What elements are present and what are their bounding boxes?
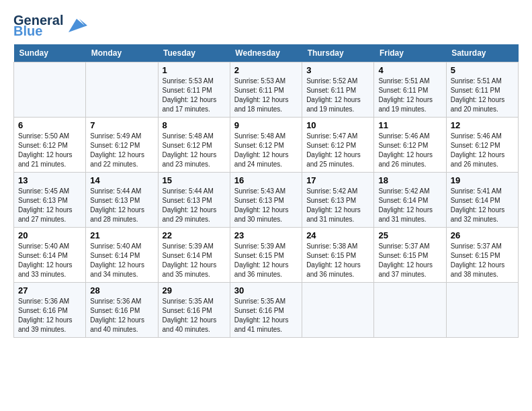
day-number: 21 (90, 230, 153, 240)
header-row: SundayMondayTuesdayWednesdayThursdayFrid… (14, 44, 519, 62)
day-info: Sunrise: 5:41 AM Sunset: 6:14 PM Dayligh… (451, 187, 514, 224)
day-number: 17 (306, 175, 369, 185)
calendar-cell: 21Sunrise: 5:40 AM Sunset: 6:14 PM Dayli… (86, 228, 158, 283)
day-info: Sunrise: 5:45 AM Sunset: 6:13 PM Dayligh… (18, 187, 81, 224)
calendar-cell: 19Sunrise: 5:41 AM Sunset: 6:14 PM Dayli… (446, 173, 518, 228)
week-row-3: 13Sunrise: 5:45 AM Sunset: 6:13 PM Dayli… (14, 173, 519, 228)
calendar-table: SundayMondayTuesdayWednesdayThursdayFrid… (13, 44, 519, 338)
calendar-cell (14, 62, 86, 118)
week-row-2: 6Sunrise: 5:50 AM Sunset: 6:12 PM Daylig… (14, 118, 519, 173)
day-number: 26 (451, 230, 514, 240)
day-number: 9 (234, 120, 298, 130)
calendar-cell: 3Sunrise: 5:52 AM Sunset: 6:11 PM Daylig… (302, 62, 374, 118)
day-info: Sunrise: 5:51 AM Sunset: 6:11 PM Dayligh… (378, 77, 441, 114)
calendar-cell: 29Sunrise: 5:35 AM Sunset: 6:16 PM Dayli… (158, 283, 230, 338)
day-number: 24 (306, 230, 369, 240)
day-number: 12 (451, 120, 514, 130)
day-number: 22 (163, 230, 226, 240)
day-number: 3 (306, 65, 369, 75)
week-row-5: 27Sunrise: 5:36 AM Sunset: 6:16 PM Dayli… (14, 283, 519, 338)
column-header-monday: Monday (86, 44, 158, 62)
week-row-4: 20Sunrise: 5:40 AM Sunset: 6:14 PM Dayli… (14, 228, 519, 283)
day-number: 10 (306, 120, 369, 130)
day-info: Sunrise: 5:52 AM Sunset: 6:11 PM Dayligh… (306, 77, 369, 114)
day-info: Sunrise: 5:37 AM Sunset: 6:15 PM Dayligh… (451, 242, 514, 279)
column-header-saturday: Saturday (446, 44, 518, 62)
column-header-tuesday: Tuesday (158, 44, 230, 62)
day-info: Sunrise: 5:38 AM Sunset: 6:15 PM Dayligh… (306, 242, 369, 279)
column-header-sunday: Sunday (14, 44, 86, 62)
calendar-cell (446, 283, 518, 338)
day-number: 13 (18, 175, 81, 185)
calendar-cell: 26Sunrise: 5:37 AM Sunset: 6:15 PM Dayli… (446, 228, 518, 283)
day-info: Sunrise: 5:43 AM Sunset: 6:13 PM Dayligh… (234, 187, 298, 224)
day-info: Sunrise: 5:53 AM Sunset: 6:11 PM Dayligh… (163, 77, 226, 114)
day-number: 15 (163, 175, 226, 185)
day-number: 6 (18, 120, 81, 130)
day-info: Sunrise: 5:39 AM Sunset: 6:14 PM Dayligh… (163, 242, 226, 279)
column-header-wednesday: Wednesday (230, 44, 302, 62)
day-info: Sunrise: 5:49 AM Sunset: 6:12 PM Dayligh… (90, 132, 153, 169)
day-info: Sunrise: 5:36 AM Sunset: 6:16 PM Dayligh… (18, 297, 81, 334)
day-number: 27 (18, 285, 81, 295)
calendar-cell: 28Sunrise: 5:36 AM Sunset: 6:16 PM Dayli… (86, 283, 158, 338)
calendar-cell: 14Sunrise: 5:44 AM Sunset: 6:13 PM Dayli… (86, 173, 158, 228)
day-number: 25 (378, 230, 441, 240)
logo-blue: Blue (13, 24, 63, 38)
day-number: 11 (378, 120, 441, 130)
day-info: Sunrise: 5:47 AM Sunset: 6:12 PM Dayligh… (306, 132, 369, 169)
calendar-cell: 2Sunrise: 5:53 AM Sunset: 6:11 PM Daylig… (230, 62, 302, 118)
day-info: Sunrise: 5:50 AM Sunset: 6:12 PM Dayligh… (18, 132, 81, 169)
calendar-cell: 20Sunrise: 5:40 AM Sunset: 6:14 PM Dayli… (14, 228, 86, 283)
column-header-thursday: Thursday (302, 44, 374, 62)
day-number: 16 (234, 175, 298, 185)
day-number: 20 (18, 230, 81, 240)
day-number: 28 (90, 285, 153, 295)
day-info: Sunrise: 5:40 AM Sunset: 6:14 PM Dayligh… (18, 242, 81, 279)
calendar-cell: 30Sunrise: 5:35 AM Sunset: 6:16 PM Dayli… (230, 283, 302, 338)
logo-icon (66, 16, 87, 35)
day-info: Sunrise: 5:51 AM Sunset: 6:11 PM Dayligh… (451, 77, 514, 114)
day-number: 30 (234, 285, 298, 295)
day-number: 7 (90, 120, 153, 130)
calendar-cell: 4Sunrise: 5:51 AM Sunset: 6:11 PM Daylig… (374, 62, 446, 118)
day-number: 2 (234, 65, 298, 75)
day-number: 19 (451, 175, 514, 185)
calendar-cell: 9Sunrise: 5:48 AM Sunset: 6:12 PM Daylig… (230, 118, 302, 173)
day-info: Sunrise: 5:44 AM Sunset: 6:13 PM Dayligh… (90, 187, 153, 224)
day-info: Sunrise: 5:53 AM Sunset: 6:11 PM Dayligh… (234, 77, 298, 114)
day-number: 14 (90, 175, 153, 185)
day-info: Sunrise: 5:36 AM Sunset: 6:16 PM Dayligh… (90, 297, 153, 334)
calendar-cell: 25Sunrise: 5:37 AM Sunset: 6:15 PM Dayli… (374, 228, 446, 283)
calendar-cell: 11Sunrise: 5:46 AM Sunset: 6:12 PM Dayli… (374, 118, 446, 173)
day-info: Sunrise: 5:44 AM Sunset: 6:13 PM Dayligh… (163, 187, 226, 224)
day-info: Sunrise: 5:46 AM Sunset: 6:12 PM Dayligh… (451, 132, 514, 169)
calendar-cell: 5Sunrise: 5:51 AM Sunset: 6:11 PM Daylig… (446, 62, 518, 118)
day-info: Sunrise: 5:48 AM Sunset: 6:12 PM Dayligh… (234, 132, 298, 169)
day-info: Sunrise: 5:37 AM Sunset: 6:15 PM Dayligh… (378, 242, 441, 279)
calendar-cell: 24Sunrise: 5:38 AM Sunset: 6:15 PM Dayli… (302, 228, 374, 283)
calendar-cell: 12Sunrise: 5:46 AM Sunset: 6:12 PM Dayli… (446, 118, 518, 173)
day-number: 4 (378, 65, 441, 75)
calendar-cell: 17Sunrise: 5:42 AM Sunset: 6:13 PM Dayli… (302, 173, 374, 228)
calendar-cell: 22Sunrise: 5:39 AM Sunset: 6:14 PM Dayli… (158, 228, 230, 283)
column-header-friday: Friday (374, 44, 446, 62)
page-header: General Blue (13, 13, 519, 38)
logo: General Blue (13, 13, 87, 38)
calendar-cell (302, 283, 374, 338)
day-info: Sunrise: 5:40 AM Sunset: 6:14 PM Dayligh… (90, 242, 153, 279)
calendar-cell: 10Sunrise: 5:47 AM Sunset: 6:12 PM Dayli… (302, 118, 374, 173)
calendar-cell: 27Sunrise: 5:36 AM Sunset: 6:16 PM Dayli… (14, 283, 86, 338)
calendar-cell: 7Sunrise: 5:49 AM Sunset: 6:12 PM Daylig… (86, 118, 158, 173)
day-info: Sunrise: 5:39 AM Sunset: 6:15 PM Dayligh… (234, 242, 298, 279)
calendar-cell (374, 283, 446, 338)
day-number: 5 (451, 65, 514, 75)
calendar-cell: 6Sunrise: 5:50 AM Sunset: 6:12 PM Daylig… (14, 118, 86, 173)
calendar-cell: 23Sunrise: 5:39 AM Sunset: 6:15 PM Dayli… (230, 228, 302, 283)
day-info: Sunrise: 5:35 AM Sunset: 6:16 PM Dayligh… (234, 297, 298, 334)
day-number: 8 (163, 120, 226, 130)
calendar-cell: 16Sunrise: 5:43 AM Sunset: 6:13 PM Dayli… (230, 173, 302, 228)
day-number: 23 (234, 230, 298, 240)
week-row-1: 1Sunrise: 5:53 AM Sunset: 6:11 PM Daylig… (14, 62, 519, 118)
day-info: Sunrise: 5:42 AM Sunset: 6:14 PM Dayligh… (378, 187, 441, 224)
